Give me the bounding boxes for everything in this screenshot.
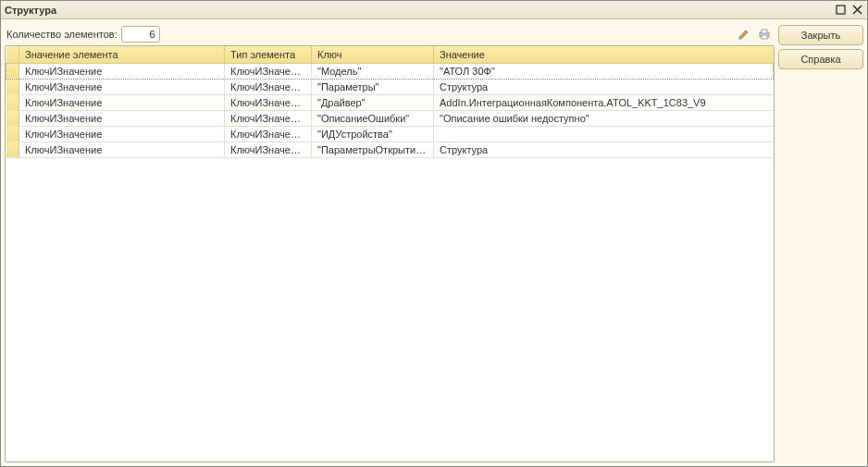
body: Количество элементов: 6: [1, 19, 867, 466]
svg-rect-3: [762, 35, 767, 39]
cell-key[interactable]: "Модель": [312, 63, 434, 79]
cell-value[interactable]: "Описание ошибки недоступно": [434, 110, 774, 126]
cell-type-element[interactable]: КлючИЗначение: [225, 110, 312, 126]
cell-key[interactable]: "ОписаниеОшибки": [312, 110, 434, 126]
row-marker: [6, 126, 19, 141]
col-key[interactable]: Ключ: [312, 46, 434, 63]
print-icon[interactable]: [756, 26, 773, 43]
svg-rect-2: [762, 30, 767, 33]
table-row[interactable]: КлючИЗначениеКлючИЗначение"ПараметрыОткр…: [6, 141, 774, 157]
col-type-element[interactable]: Тип элемента: [225, 46, 312, 63]
close-button[interactable]: Закрыть: [778, 25, 863, 45]
row-marker: [6, 63, 19, 79]
titlebar: Структура: [1, 1, 867, 19]
table-row[interactable]: КлючИЗначениеКлючИЗначение"ИДУстройства": [6, 126, 774, 141]
window: Структура Количество элементов: 6: [0, 0, 868, 467]
cell-type-element[interactable]: КлючИЗначение: [225, 94, 312, 110]
cell-value-element[interactable]: КлючИЗначение: [19, 63, 225, 79]
cell-key[interactable]: "Параметры": [312, 79, 434, 94]
table-row[interactable]: КлючИЗначениеКлючИЗначение"ОписаниеОшибк…: [6, 110, 774, 126]
table-row[interactable]: КлючИЗначениеКлючИЗначение"Драйвер"AddIn…: [6, 94, 774, 110]
table-header-row: Значение элемента Тип элемента Ключ Знач…: [6, 46, 774, 63]
cell-value[interactable]: "АТОЛ 30Ф": [434, 63, 774, 79]
titlebar-buttons: [834, 4, 863, 17]
cell-value-element[interactable]: КлючИЗначение: [19, 141, 225, 157]
cell-value[interactable]: Структура: [434, 141, 774, 157]
maximize-icon[interactable]: [834, 4, 847, 17]
row-marker: [6, 141, 19, 157]
row-marker: [6, 110, 19, 126]
table-row[interactable]: КлючИЗначениеКлючИЗначение"Модель""АТОЛ …: [6, 63, 774, 79]
cell-value[interactable]: [434, 126, 774, 141]
cell-key[interactable]: "ПараметрыОткрытия…: [312, 141, 434, 157]
cell-type-element[interactable]: КлючИЗначение: [225, 126, 312, 141]
cell-value-element[interactable]: КлючИЗначение: [19, 126, 225, 141]
window-title: Структура: [5, 5, 834, 16]
cell-value[interactable]: AddIn.ИнтеграционнаяКомпонента.ATOL_KKT_…: [434, 94, 774, 110]
count-field[interactable]: 6: [121, 26, 160, 43]
main: Количество элементов: 6: [5, 23, 775, 462]
cell-key[interactable]: "ИДУстройства": [312, 126, 434, 141]
cell-value[interactable]: Структура: [434, 79, 774, 94]
col-value-element[interactable]: Значение элемента: [19, 46, 225, 63]
count-label: Количество элементов:: [6, 29, 118, 40]
table-row[interactable]: КлючИЗначениеКлючИЗначение"Параметры"Стр…: [6, 79, 774, 94]
help-button[interactable]: Справка: [778, 49, 863, 69]
col-marker[interactable]: [6, 46, 19, 63]
cell-type-element[interactable]: КлючИЗначение: [225, 79, 312, 94]
cell-value-element[interactable]: КлючИЗначение: [19, 110, 225, 126]
cell-key[interactable]: "Драйвер": [312, 94, 434, 110]
table[interactable]: Значение элемента Тип элемента Ключ Знач…: [5, 45, 775, 462]
side-panel: Закрыть Справка: [778, 23, 863, 462]
toolbar: Количество элементов: 6: [5, 23, 775, 45]
edit-icon[interactable]: [736, 26, 752, 43]
row-marker: [6, 94, 19, 110]
svg-rect-0: [837, 6, 845, 14]
cell-type-element[interactable]: КлючИЗначение: [225, 63, 312, 79]
cell-type-element[interactable]: КлючИЗначение: [225, 141, 312, 157]
close-icon[interactable]: [850, 4, 863, 17]
col-value[interactable]: Значение: [434, 46, 774, 63]
row-marker: [6, 79, 19, 94]
cell-value-element[interactable]: КлючИЗначение: [19, 79, 225, 94]
cell-value-element[interactable]: КлючИЗначение: [19, 94, 225, 110]
